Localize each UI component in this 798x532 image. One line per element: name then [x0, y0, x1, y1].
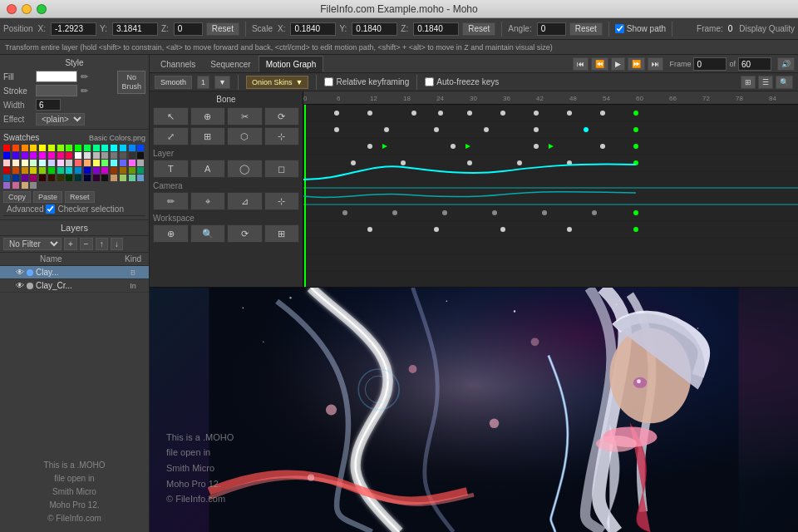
color-cell-69[interactable] — [48, 175, 55, 181]
camera-tool-4[interactable]: ⊹ — [264, 192, 300, 210]
tool-btn-4[interactable]: ⟳ — [264, 107, 300, 126]
color-cell-55[interactable] — [66, 167, 72, 174]
color-cell-15[interactable] — [137, 145, 144, 151]
layer-tool-1[interactable]: T — [153, 160, 189, 178]
color-cell-16[interactable] — [3, 152, 10, 159]
color-cell-53[interactable] — [48, 167, 55, 174]
color-cell-25[interactable] — [84, 152, 91, 159]
color-cell-2[interactable] — [22, 145, 28, 151]
color-cell-58[interactable] — [93, 167, 100, 174]
color-cell-76[interactable] — [111, 175, 117, 181]
eye-icon2[interactable]: 👁 — [16, 281, 24, 290]
add-layer-button[interactable]: + — [64, 238, 77, 250]
play-button[interactable]: ▶ — [611, 57, 625, 71]
color-cell-5[interactable] — [48, 145, 55, 151]
color-cell-30[interactable] — [129, 152, 135, 159]
tool-btn-6[interactable]: ⊞ — [190, 127, 226, 145]
sx-input[interactable] — [290, 22, 336, 36]
no-brush-button[interactable]: NoBrush — [117, 71, 145, 94]
color-cell-78[interactable] — [129, 175, 135, 181]
color-cell-12[interactable] — [111, 145, 117, 151]
color-cell-70[interactable] — [57, 175, 64, 181]
color-cell-13[interactable] — [120, 145, 126, 151]
color-cell-38[interactable] — [57, 160, 64, 166]
color-cell-72[interactable] — [75, 175, 81, 181]
color-cell-9[interactable] — [84, 145, 91, 151]
color-cell-35[interactable] — [30, 160, 37, 166]
delete-layer-button[interactable]: − — [80, 238, 93, 250]
reset-scale-button[interactable]: Reset — [462, 22, 495, 36]
color-cell-79[interactable] — [137, 175, 144, 181]
color-cell-62[interactable] — [129, 167, 135, 174]
layers-filter-select[interactable]: No Filter — [3, 238, 62, 250]
color-cell-52[interactable] — [39, 167, 46, 174]
color-cell-0[interactable] — [3, 145, 10, 151]
move-up-button[interactable]: ↑ — [96, 238, 108, 250]
color-cell-14[interactable] — [129, 145, 135, 151]
color-cell-3[interactable] — [30, 145, 37, 151]
layer-row-clay-cr[interactable]: 👁 Clay_Cr... In — [0, 279, 149, 293]
color-cell-59[interactable] — [101, 167, 108, 174]
timeline-total-frames[interactable] — [738, 57, 771, 71]
color-cell-43[interactable] — [101, 160, 108, 166]
tool-btn-7[interactable]: ⬡ — [227, 127, 263, 145]
fill-swatch[interactable] — [36, 71, 77, 82]
color-cell-8[interactable] — [75, 145, 81, 151]
color-cell-42[interactable] — [93, 160, 100, 166]
smooth-button[interactable]: Smooth — [155, 76, 192, 89]
relative-keyframing-checkbox[interactable] — [324, 77, 333, 86]
reset-color-button[interactable]: Reset — [65, 191, 95, 203]
ws-tool-3[interactable]: ⟳ — [227, 224, 263, 243]
timeline-frame-input[interactable] — [693, 57, 727, 71]
play-end-button[interactable]: ⏭ — [648, 57, 663, 71]
color-cell-41[interactable] — [84, 160, 91, 166]
color-cell-39[interactable] — [66, 160, 72, 166]
color-cell-82[interactable] — [22, 182, 28, 189]
color-cell-11[interactable] — [101, 145, 108, 151]
tab-motion-graph[interactable]: Motion Graph — [259, 56, 324, 72]
color-cell-24[interactable] — [75, 152, 81, 159]
color-cell-81[interactable] — [12, 182, 19, 189]
eye-icon[interactable]: 👁 — [16, 268, 24, 277]
smooth-val-button[interactable]: 1 — [197, 76, 209, 89]
color-cell-66[interactable] — [22, 175, 28, 181]
color-cell-7[interactable] — [66, 145, 72, 151]
effect-select[interactable]: <plain> — [36, 113, 85, 126]
relative-keyframing-label[interactable]: Relative keyframing — [324, 77, 409, 86]
ws-tool-1[interactable]: ⊕ — [153, 224, 189, 243]
color-cell-46[interactable] — [129, 160, 135, 166]
show-path-label[interactable]: Show path — [615, 24, 666, 33]
color-cell-6[interactable] — [57, 145, 64, 151]
sz-input[interactable] — [413, 22, 459, 36]
color-cell-50[interactable] — [22, 167, 28, 174]
angle-input[interactable] — [537, 22, 566, 36]
camera-tool-1[interactable]: ✏ — [153, 192, 189, 210]
smooth-extra-button[interactable]: ▼ — [214, 76, 230, 89]
color-cell-21[interactable] — [48, 152, 55, 159]
onion-skins-button[interactable]: Onion Skins ▼ — [246, 76, 308, 89]
color-cell-26[interactable] — [93, 152, 100, 159]
color-cell-19[interactable] — [30, 152, 37, 159]
color-cell-49[interactable] — [12, 167, 19, 174]
tool-btn-5[interactable]: ⤢ — [153, 127, 189, 145]
sy-input[interactable] — [352, 22, 397, 36]
copy-color-button[interactable]: Copy — [3, 191, 31, 203]
color-cell-80[interactable] — [3, 182, 10, 189]
color-cell-83[interactable] — [30, 182, 37, 189]
color-cell-4[interactable] — [39, 145, 46, 151]
color-cell-32[interactable] — [3, 160, 10, 166]
color-cell-1[interactable] — [12, 145, 19, 151]
tab-sequencer[interactable]: Sequencer — [203, 56, 258, 72]
zoom-btn[interactable]: 🔍 — [776, 76, 793, 89]
color-cell-31[interactable] — [137, 152, 144, 159]
color-cell-36[interactable] — [39, 160, 46, 166]
step-forward-button[interactable]: ⏩ — [628, 57, 645, 71]
color-cell-20[interactable] — [39, 152, 46, 159]
color-cell-23[interactable] — [66, 152, 72, 159]
color-cell-67[interactable] — [30, 175, 37, 181]
color-cell-18[interactable] — [22, 152, 28, 159]
z-input[interactable] — [174, 22, 203, 36]
color-cell-75[interactable] — [101, 175, 108, 181]
color-cell-37[interactable] — [48, 160, 55, 166]
color-cell-17[interactable] — [12, 152, 19, 159]
